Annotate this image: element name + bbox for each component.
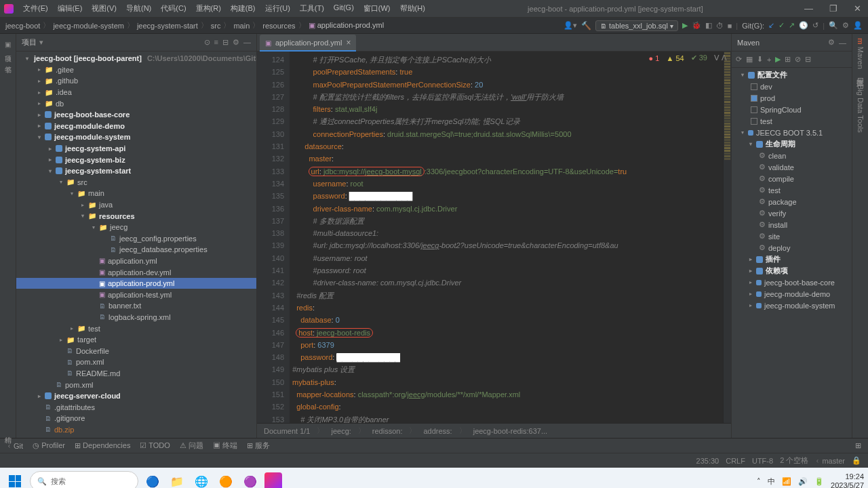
debug-button[interactable]: 🐞: [692, 21, 701, 30]
hide-maven-icon[interactable]: —: [839, 39, 846, 47]
breadcrumb-item[interactable]: src: [211, 22, 221, 30]
maven-item[interactable]: ▾JEECG BOOT 3.5.1: [732, 127, 852, 138]
tree-item[interactable]: ▣application-test.yml: [16, 289, 256, 300]
select-opened-icon[interactable]: ⊙: [204, 38, 210, 47]
exec-icon[interactable]: ⊞: [785, 55, 791, 64]
tree-item[interactable]: ▾jeecg-system-start: [16, 165, 256, 177]
tree-item[interactable]: ▣application-prod.yml: [16, 278, 256, 289]
tree-item[interactable]: ▸📁db: [16, 98, 256, 109]
maven-tree[interactable]: ▾配置文件devprodSpringCloudtest▾JEECG BOOT 3…: [732, 68, 852, 438]
menu-item[interactable]: 构建(B): [226, 2, 260, 15]
taskbar-app-1[interactable]: 🔵: [142, 471, 163, 488]
sidebar-settings-icon[interactable]: ⚙: [233, 38, 239, 47]
taskbar-explorer[interactable]: 📁: [167, 471, 187, 488]
close-tab-icon[interactable]: ×: [346, 38, 351, 47]
breadcrumb-item[interactable]: main: [233, 22, 250, 30]
taskbar-intellij[interactable]: [264, 472, 282, 488]
tray-volume-icon[interactable]: 🔊: [798, 477, 808, 486]
hide-sidebar-icon[interactable]: —: [243, 38, 251, 47]
menu-item[interactable]: 帮助(H): [396, 2, 429, 15]
tree-item[interactable]: ▾jeecg-boot [jeecg-boot-parent]C:\Users\…: [16, 53, 256, 64]
tree-item[interactable]: 🗎jeecg_database.properties: [16, 244, 256, 256]
menu-item[interactable]: 导航(N): [122, 2, 155, 15]
lock-icon[interactable]: 🔒: [852, 456, 861, 465]
git-update-icon[interactable]: ↙: [768, 21, 774, 30]
bottom-tool-TODO[interactable]: ☑ TODO: [140, 441, 170, 450]
tray-battery-icon[interactable]: 🔋: [814, 477, 824, 486]
bottom-tool-问题[interactable]: ⚠ 问题: [180, 441, 203, 451]
toggle-icon[interactable]: ⊘: [795, 55, 801, 64]
tree-item[interactable]: ▸📁test: [16, 323, 256, 334]
editor-breadcrumb-item[interactable]: Document 1/1: [264, 427, 310, 435]
tree-item[interactable]: ▾jeecg-module-system: [16, 131, 256, 143]
tree-item[interactable]: 🗎README.md: [16, 368, 256, 380]
bigdata-tool-button[interactable]: D Big Data Tools: [856, 77, 865, 133]
breadcrumb-item[interactable]: jeecg-module-system: [53, 22, 124, 30]
git-branch[interactable]: ᚲ master: [815, 457, 845, 465]
tree-item[interactable]: 🗎jeecg_config.properties: [16, 233, 256, 245]
maven-settings-icon[interactable]: ⚙: [828, 38, 835, 47]
tree-item[interactable]: ▸jeecg-system-api: [16, 143, 256, 155]
add-icon[interactable]: +: [767, 56, 771, 64]
minimize-button[interactable]: —: [802, 3, 816, 14]
profile-button[interactable]: ⏱: [716, 22, 724, 30]
tray-chevron-icon[interactable]: ˄: [757, 477, 761, 486]
git-push-icon[interactable]: ↗: [789, 21, 795, 30]
menu-item[interactable]: 编辑(E): [54, 2, 87, 15]
tray-wifi-icon[interactable]: 📶: [782, 477, 791, 486]
collapse-icon[interactable]: ⊟: [805, 55, 811, 64]
git-commit-icon[interactable]: ✓: [778, 21, 785, 30]
tree-item[interactable]: ▾📁resources: [16, 210, 256, 222]
line-separator[interactable]: CRLF: [726, 457, 745, 465]
git-rollback-icon[interactable]: ↺: [812, 21, 818, 30]
maven-item[interactable]: ⚙validate: [732, 161, 852, 173]
menu-item[interactable]: 工具(T): [296, 2, 328, 15]
tree-item[interactable]: 🗎pom.xml: [16, 379, 256, 390]
bottom-tool-Git[interactable]: ᚲ Git: [7, 442, 23, 450]
maven-item[interactable]: ⚙site: [732, 230, 852, 242]
start-button[interactable]: [4, 470, 26, 488]
maven-item[interactable]: ⚙clean: [732, 150, 852, 161]
tree-item[interactable]: ▸📁.idea: [16, 87, 256, 98]
maven-item[interactable]: ⚙deploy: [732, 242, 852, 253]
bookmarks-tool-button[interactable]: 书签: [2, 58, 14, 64]
menu-item[interactable]: 文件(E): [19, 2, 52, 15]
stop-button[interactable]: ■: [728, 22, 732, 30]
user-icon[interactable]: 👤▾: [564, 21, 577, 30]
structure-tool-button[interactable]: 结构: [2, 428, 14, 434]
tree-item[interactable]: 🗎.gitattributes: [16, 401, 256, 413]
collapse-all-icon[interactable]: ⊟: [222, 38, 229, 47]
tree-item[interactable]: ▸jeecg-system-biz: [16, 154, 256, 165]
reimport-icon[interactable]: ⟳: [736, 55, 742, 64]
tree-item[interactable]: ▣application.yml: [16, 256, 256, 267]
editor-breadcrumb-item[interactable]: jeecg:: [331, 427, 351, 435]
code-content[interactable]: # 打开PSCache, 并且指定每个连接上PSCache的大小 poolPre…: [290, 52, 723, 423]
bottom-tool-终端[interactable]: ▣ 终端: [213, 441, 237, 451]
tree-item[interactable]: ▸📁.gitee: [16, 64, 256, 76]
maven-item[interactable]: ⚙compile: [732, 173, 852, 184]
tree-item[interactable]: ▸📁java: [16, 199, 256, 211]
minimap[interactable]: [723, 52, 731, 423]
expand-all-icon[interactable]: ≡: [214, 38, 218, 47]
tab-application-prod[interactable]: ▣ application-prod.yml ×: [260, 35, 356, 51]
tree-item[interactable]: ▸📁.github: [16, 75, 256, 87]
maximize-button[interactable]: ❐: [827, 3, 840, 14]
tree-item[interactable]: ▸jeecg-boot-base-core: [16, 109, 256, 121]
tree-item[interactable]: ▣application-dev.yml: [16, 266, 256, 278]
menu-item[interactable]: 运行(U): [261, 2, 294, 15]
breadcrumb-item[interactable]: ▣ application-prod.yml: [309, 21, 384, 30]
maven-item[interactable]: prod: [732, 92, 852, 104]
breadcrumb-item[interactable]: jeecg-boot: [5, 22, 40, 30]
maven-item[interactable]: ⚙verify: [732, 207, 852, 219]
cursor-position[interactable]: 235:30: [696, 457, 719, 465]
maven-item[interactable]: ⚙package: [732, 196, 852, 207]
tree-item[interactable]: 🗎logback-spring.xml: [16, 312, 256, 323]
maven-item[interactable]: ▸插件: [732, 253, 852, 265]
bottom-tool-Profiler[interactable]: ◷ Profiler: [33, 441, 65, 450]
maven-item[interactable]: test: [732, 115, 852, 127]
taskbar-clock[interactable]: 19:242023/5/27: [831, 472, 864, 488]
maven-item[interactable]: dev: [732, 81, 852, 92]
hammer-icon[interactable]: 🔨: [581, 21, 591, 30]
coverage-button[interactable]: ◧: [705, 21, 712, 30]
maven-tool-button[interactable]: m Maven: [856, 38, 865, 69]
